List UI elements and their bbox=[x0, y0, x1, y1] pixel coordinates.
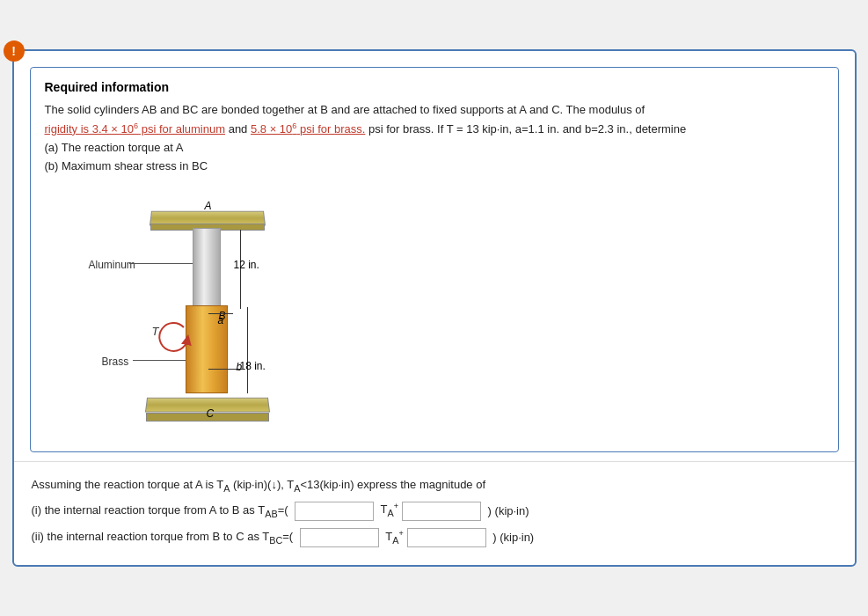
bottom-line1: Assuming the reaction torque at A is TA … bbox=[32, 474, 837, 497]
info-item-a: (a) The reaction torque at A bbox=[45, 139, 824, 158]
aluminum-arrow bbox=[129, 263, 195, 264]
row-ii-ta: TA+ bbox=[383, 526, 404, 549]
tbc-input2[interactable] bbox=[407, 528, 486, 547]
dim-label-12: 12 in. bbox=[234, 259, 259, 271]
diagram-area: Aluminum Brass T bbox=[45, 175, 824, 439]
row-ii-unit: ) (kip·in) bbox=[490, 527, 535, 547]
alert-icon: ! bbox=[4, 40, 25, 62]
info-text: The solid cylinders AB and BC are bonded… bbox=[45, 101, 824, 176]
row-ii: (ii) the internal reaction torque from B… bbox=[32, 526, 837, 549]
label-C-bot: C bbox=[207, 407, 215, 420]
main-container: ! Required information The solid cylinde… bbox=[12, 49, 857, 567]
label-aluminum: Aluminum bbox=[89, 259, 135, 271]
cylinder-aluminum bbox=[193, 228, 221, 307]
tbc-input1[interactable] bbox=[300, 528, 379, 547]
label-A-top: A bbox=[205, 200, 212, 212]
brass-arrow bbox=[133, 360, 187, 361]
dim-label-18: 18 in. bbox=[240, 360, 266, 372]
info-box: Required information The solid cylinders… bbox=[30, 67, 839, 453]
info-para1: The solid cylinders AB and BC are bonded… bbox=[45, 101, 824, 120]
row-ii-label: (ii) the internal reaction torque from B… bbox=[32, 526, 296, 549]
dim-label-a: a bbox=[218, 314, 224, 326]
sub-A1: A bbox=[223, 483, 230, 494]
row-i-unit: ) (kip·in) bbox=[485, 501, 529, 521]
label-brass: Brass bbox=[102, 356, 129, 368]
row-i: (i) the internal reaction torque from A … bbox=[32, 499, 837, 522]
info-item-b: (b) Maximum shear stress in BC bbox=[45, 158, 824, 176]
dim-label-b: b bbox=[237, 361, 243, 373]
bottom-section: Assuming the reaction torque at A is TA … bbox=[14, 461, 855, 565]
info-para2: rigidity is 3.4 × 106 psi for aluminum a… bbox=[45, 120, 824, 139]
info-title: Required information bbox=[45, 80, 824, 94]
torque-arrow-svg bbox=[150, 312, 194, 356]
row-i-ta: TA+ bbox=[377, 499, 398, 522]
tab-input1[interactable] bbox=[295, 502, 374, 521]
diagram: Aluminum Brass T bbox=[98, 184, 344, 430]
row-i-label: (i) the internal reaction torque from A … bbox=[32, 500, 292, 523]
sub-A2: A bbox=[294, 483, 300, 494]
dim-line-18 bbox=[247, 307, 248, 393]
tab-input2[interactable] bbox=[402, 502, 481, 521]
